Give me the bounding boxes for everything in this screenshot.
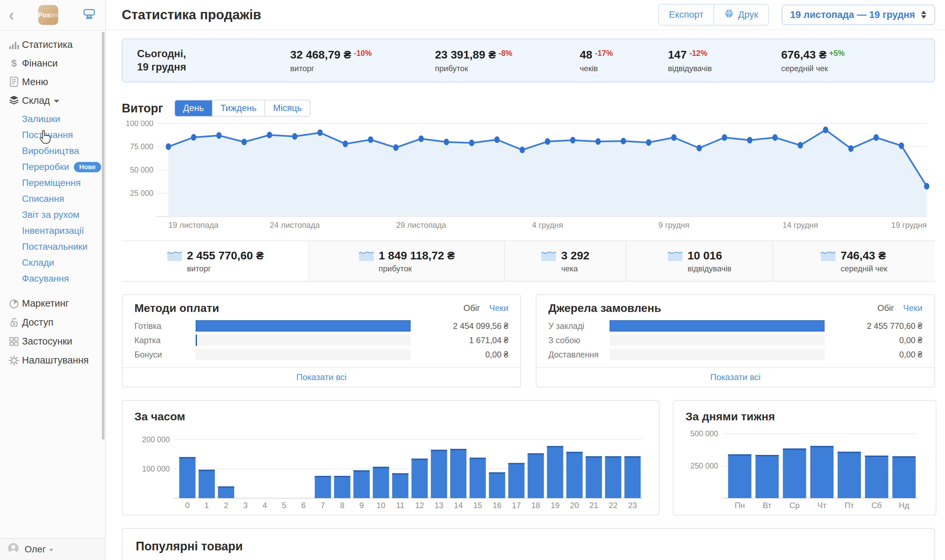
svg-text:24 листопада: 24 листопада: [270, 220, 320, 229]
sidebar-item-settings[interactable]: Налаштування: [0, 351, 105, 370]
svg-text:16: 16: [492, 501, 501, 510]
sidebar-item-access[interactable]: Доступ: [0, 313, 105, 332]
document-icon: [8, 76, 22, 88]
new-badge: Нове: [74, 162, 101, 172]
sidebar-item-marketing[interactable]: Маркетинг: [0, 294, 105, 313]
today-stat-visitors: 147-12% відвідувачів: [668, 48, 781, 73]
svg-text:11: 11: [396, 501, 404, 510]
toggle-receipts[interactable]: Чеки: [489, 303, 509, 313]
sidebar-subitem-peremishchennia[interactable]: Переміщення: [0, 175, 105, 191]
chevron-down-icon: [49, 549, 53, 551]
gear-icon: [8, 354, 22, 366]
print-button[interactable]: Друк: [714, 5, 768, 25]
svg-text:9: 9: [359, 501, 364, 510]
panel-title: Методи оплати: [134, 302, 219, 315]
poster-logo[interactable]: Poster: [38, 5, 58, 25]
by-weekday-title: За днями тижня: [686, 410, 924, 423]
delta-badge: +5%: [829, 49, 845, 57]
tab-week[interactable]: Тиждень: [212, 100, 265, 116]
sparkline-icon: [820, 249, 836, 262]
svg-text:19 грудня: 19 грудня: [891, 220, 927, 229]
toggle-turnover[interactable]: Обіг: [464, 303, 480, 313]
sidebar-item-label: Фінанси: [22, 58, 57, 69]
delta-badge: -17%: [595, 49, 613, 57]
bar-track: [196, 349, 411, 360]
show-all-link[interactable]: Показати всі: [122, 367, 520, 387]
toggle-turnover[interactable]: Обіг: [877, 303, 894, 313]
back-button[interactable]: ‹: [9, 6, 14, 24]
sidebar-subitem-sklady[interactable]: Склади: [0, 255, 105, 271]
header-actions: Експорт Друк 19 листопада — 19 грудня: [658, 4, 935, 26]
charts-row: За часом 100 000200 00001234567891011121…: [122, 400, 935, 515]
summary-cell-avg-receipt[interactable]: 746,43 ₴середній чек: [772, 241, 935, 281]
page-header: Статистика продажів Експорт Друк 19 лист…: [106, 0, 945, 30]
bar-chart-icon: [8, 38, 22, 51]
sidebar-subitem-postachannia[interactable]: Постачання: [0, 127, 105, 143]
sidebar-item-label: Налаштування: [22, 355, 88, 366]
svg-text:4: 4: [262, 501, 267, 510]
warehouse-submenu: Залишки Постачання Виробництва Переробки…: [0, 111, 105, 287]
sparkline-icon: [541, 249, 557, 262]
sidebar-item-label: Склад: [22, 95, 50, 106]
sidebar-item-finance[interactable]: $ Фінанси: [0, 54, 105, 72]
info-panels-row: Методи оплати Обіг Чеки Готівка 2 454 09…: [122, 294, 935, 388]
svg-text:15: 15: [473, 501, 482, 510]
export-button[interactable]: Експорт: [659, 5, 714, 25]
svg-text:1: 1: [205, 501, 209, 510]
sidebar-subitem-vyrobnytstva[interactable]: Виробництва: [0, 143, 105, 159]
sidebar-item-apps[interactable]: Застосунки: [0, 332, 105, 351]
by-hour-bar-chart: 100 000200 00001234567891011121314151617…: [134, 426, 648, 510]
svg-text:14: 14: [454, 501, 463, 510]
delta-badge: -8%: [499, 49, 512, 57]
toggle-receipts[interactable]: Чеки: [903, 303, 922, 313]
sidebar-item-menu[interactable]: Меню: [0, 72, 105, 91]
sidebar-item-label: Доступ: [22, 317, 53, 328]
sparkline-icon: [167, 249, 182, 262]
sidebar-item-warehouse[interactable]: Склад: [0, 91, 105, 110]
summary-cell-profit[interactable]: 1 849 118,72 ₴прибуток: [309, 241, 504, 281]
sidebar-item-statistics[interactable]: Статистика: [0, 35, 105, 54]
tab-day[interactable]: День: [175, 100, 212, 116]
popular-products-title: Популярні товари: [136, 539, 921, 553]
svg-text:19 листопада: 19 листопада: [168, 220, 219, 229]
sidebar-subitem-zalyshky[interactable]: Залишки: [0, 111, 105, 127]
summary-cell-revenue[interactable]: 2 455 770,60 ₴виторг: [122, 241, 309, 281]
pos-terminal-icon[interactable]: [82, 7, 97, 23]
page-title: Статистика продажів: [122, 7, 261, 22]
today-summary-panel: Сьогодні, 19 грудня 32 468,79 ₴-10% вито…: [122, 38, 935, 83]
by-hour-title: За часом: [134, 410, 647, 423]
svg-text:Пн: Пн: [735, 501, 745, 510]
delta-badge: -12%: [689, 49, 708, 57]
logo-text-light: ter: [50, 11, 58, 19]
updown-arrows-icon: [921, 11, 927, 18]
user-name: Олег: [25, 544, 46, 555]
summary-cell-receipts[interactable]: 3 292чека: [504, 241, 626, 281]
sidebar-item-label: Меню: [22, 77, 48, 88]
svg-text:13: 13: [435, 501, 444, 510]
sidebar-subitem-postachalnyky[interactable]: Постачальники: [0, 239, 105, 255]
today-title: Сьогодні, 19 грудня: [137, 47, 270, 74]
chevron-down-icon: [54, 100, 59, 103]
sparkline-icon: [668, 249, 683, 262]
sidebar-subitem-pererobky[interactable]: ПереробкиНове: [0, 159, 105, 175]
page-content: Сьогодні, 19 грудня 32 468,79 ₴-10% вито…: [106, 30, 945, 560]
sidebar-subitem-fasuvannia[interactable]: Фасування: [0, 271, 105, 287]
sidebar-subitem-spysannia[interactable]: Списання: [0, 191, 105, 207]
user-menu[interactable]: Олег: [0, 538, 105, 560]
bar-fill: [196, 320, 411, 332]
svg-text:25 000: 25 000: [130, 189, 153, 197]
source-row-inplace: У закладі 2 455 770,60 ₴: [548, 320, 922, 332]
bar-track: [610, 320, 825, 332]
sidebar-subitem-inventaryzatsii[interactable]: Інвентаризації: [0, 223, 105, 239]
sidebar-subitem-zvit-za-rukhom[interactable]: Звіт за рухом: [0, 207, 105, 223]
date-range-selector[interactable]: 19 листопада — 19 грудня: [782, 5, 935, 25]
sidebar: ‹ Poster Статистика $ Фінанси: [0, 0, 106, 560]
sidebar-header: ‹ Poster: [0, 0, 105, 31]
svg-text:Чт: Чт: [817, 501, 826, 510]
svg-text:7: 7: [321, 501, 325, 510]
show-all-link[interactable]: Показати всі: [536, 367, 934, 387]
sidebar-scrollbar[interactable]: [102, 32, 105, 440]
summary-cell-visitors[interactable]: 10 016відвідувачів: [626, 241, 772, 281]
tab-month[interactable]: Місяць: [265, 100, 310, 116]
panel-title: Джерела замовлень: [548, 302, 661, 315]
